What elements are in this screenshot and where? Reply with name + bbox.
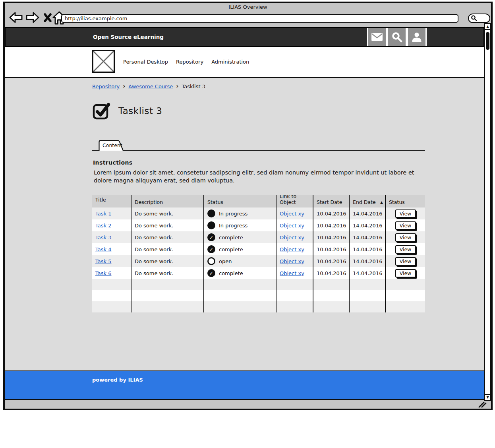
object-link[interactable]: Object xy <box>280 258 304 264</box>
end-date: 14.04.2016 <box>353 223 382 229</box>
view-button[interactable]: View <box>395 209 416 218</box>
col-title[interactable]: Title <box>92 195 131 208</box>
start-date: 10.04.2016 <box>317 223 346 229</box>
object-link[interactable]: Object xy <box>280 235 304 240</box>
nav-links: Personal Desktop Repository Administrati… <box>123 47 249 77</box>
scroll-up-button[interactable]: ▲ <box>485 24 490 30</box>
page-footer: powered by ILIAS <box>5 370 484 400</box>
page-title: Tasklist 3 <box>118 106 162 116</box>
end-date: 14.04.2016 <box>353 270 382 276</box>
task-link[interactable]: Task 5 <box>95 258 111 264</box>
status-label: complete <box>219 270 243 276</box>
chevron-right-icon: › <box>123 83 125 89</box>
col-end-date[interactable]: End Date▲ <box>349 195 385 208</box>
scroll-down-button[interactable]: ▼ <box>485 394 490 400</box>
breadcrumb-repository[interactable]: Repository <box>92 83 120 89</box>
status-icon <box>207 233 215 241</box>
status-label: In progress <box>219 223 248 229</box>
task-link[interactable]: Task 2 <box>95 223 111 229</box>
col-description[interactable]: Description <box>131 195 203 208</box>
start-date: 10.04.2016 <box>317 246 346 252</box>
table-row: Task 6 Do some work. complete Object xy … <box>92 267 425 279</box>
nav-personal-desktop[interactable]: Personal Desktop <box>123 59 168 65</box>
user-button[interactable] <box>407 28 427 46</box>
status-label: open <box>219 258 232 264</box>
start-date: 10.04.2016 <box>317 270 346 276</box>
view-button[interactable]: View <box>395 233 416 242</box>
magnifier-icon <box>470 14 478 22</box>
url-input[interactable] <box>61 14 458 23</box>
instructions-heading: Instructions <box>93 159 133 166</box>
table-header-row: Title Description Status Link to Object … <box>92 195 425 208</box>
tab-content[interactable]: Content <box>99 140 126 151</box>
table-row: Task 2 Do some work. In progress Object … <box>92 219 425 231</box>
view-button[interactable]: View <box>395 221 416 230</box>
col-start-date[interactable]: Start Date <box>313 195 349 208</box>
breadcrumb-awesome-course[interactable]: Awesome Course <box>128 83 173 89</box>
status-label: In progress <box>219 211 248 217</box>
empty-table-row <box>92 279 425 290</box>
task-description: Do some work. <box>135 270 173 276</box>
back-button[interactable] <box>9 11 23 25</box>
col-action-status[interactable]: Status <box>385 195 425 208</box>
object-link[interactable]: Object xy <box>280 223 304 229</box>
app-brand: Open Source eLearning <box>93 28 164 46</box>
search-icon <box>391 31 402 43</box>
task-table: Title Description Status Link to Object … <box>92 195 425 312</box>
stop-button[interactable] <box>43 12 52 25</box>
app-header: Open Source eLearning <box>5 27 484 47</box>
window-titlebar: ILIAS Overview <box>5 3 491 11</box>
nav-repository[interactable]: Repository <box>176 59 203 65</box>
forward-button[interactable] <box>25 11 40 25</box>
scrollbar[interactable]: ▲ ▼ <box>484 23 491 401</box>
col-end-date-label: End Date <box>353 199 376 205</box>
resize-grip-icon[interactable] <box>478 401 487 408</box>
object-link[interactable]: Object xy <box>280 211 304 217</box>
search-button[interactable] <box>387 28 407 46</box>
start-date: 10.04.2016 <box>317 235 346 240</box>
end-date: 14.04.2016 <box>353 258 382 264</box>
task-link[interactable]: Task 3 <box>95 235 111 240</box>
header-actions <box>367 28 427 46</box>
instructions-text: Lorem ipsum dolor sit amet, consetetur s… <box>94 169 428 184</box>
status-icon <box>207 209 215 217</box>
object-link[interactable]: Object xy <box>280 270 304 276</box>
main-content: Repository › Awesome Course › Tasklist 3… <box>5 78 484 370</box>
main-navbar: Personal Desktop Repository Administrati… <box>5 47 484 78</box>
col-link-to-object[interactable]: Link to Object <box>276 195 313 208</box>
start-date: 10.04.2016 <box>317 211 346 217</box>
breadcrumb-current: Tasklist 3 <box>182 83 205 89</box>
task-description: Do some work. <box>135 235 173 240</box>
window-title: ILIAS Overview <box>228 4 267 10</box>
task-description: Do some work. <box>135 211 173 217</box>
tab-baseline <box>92 150 425 151</box>
window-statusbar <box>5 401 491 409</box>
mail-button[interactable] <box>367 28 387 46</box>
task-description: Do some work. <box>135 223 173 229</box>
status-label: complete <box>219 246 243 252</box>
end-date: 14.04.2016 <box>353 235 382 240</box>
status-icon <box>207 257 215 265</box>
status-icon <box>207 269 215 277</box>
browser-window: ILIAS Overview Open Source eLearning <box>3 2 493 410</box>
view-button[interactable]: View <box>395 257 416 266</box>
scrollbar-thumb[interactable] <box>486 32 489 50</box>
view-button[interactable]: View <box>395 245 416 254</box>
nav-administration[interactable]: Administration <box>211 59 249 65</box>
object-link[interactable]: Object xy <box>280 246 304 252</box>
status-icon <box>207 221 215 229</box>
view-button[interactable]: View <box>395 269 416 277</box>
tab-label: Content <box>102 142 122 148</box>
mail-icon <box>371 32 383 42</box>
back-arrow-icon <box>9 11 23 24</box>
end-date: 14.04.2016 <box>353 211 382 217</box>
task-link[interactable]: Task 4 <box>95 246 111 252</box>
sort-asc-icon[interactable]: ▲ <box>380 200 385 205</box>
browser-search[interactable] <box>468 14 490 23</box>
col-status[interactable]: Status <box>203 195 276 208</box>
chevron-right-icon: › <box>176 83 178 89</box>
stop-x-icon <box>43 12 52 23</box>
task-link[interactable]: Task 6 <box>95 270 111 276</box>
status-label: complete <box>219 235 243 240</box>
task-link[interactable]: Task 1 <box>95 211 111 217</box>
